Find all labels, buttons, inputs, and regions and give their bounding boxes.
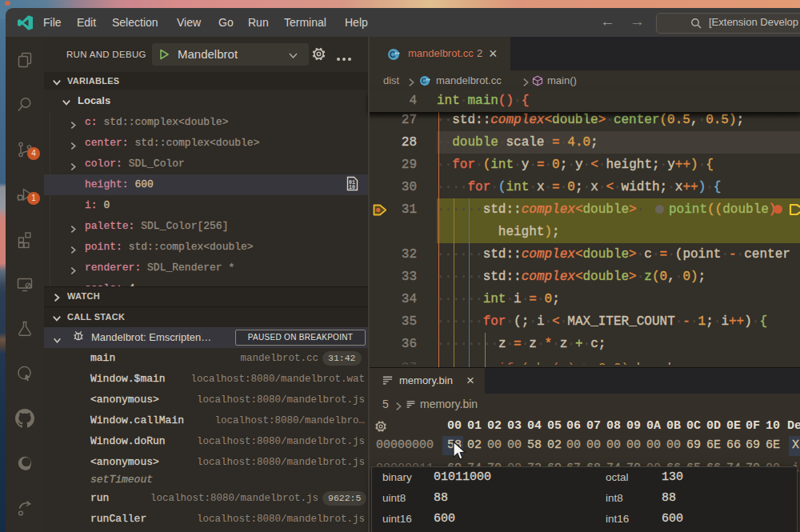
svg-text:10: 10 bbox=[349, 185, 355, 190]
svg-text:++: ++ bbox=[426, 77, 430, 82]
svg-text:++: ++ bbox=[394, 50, 400, 55]
